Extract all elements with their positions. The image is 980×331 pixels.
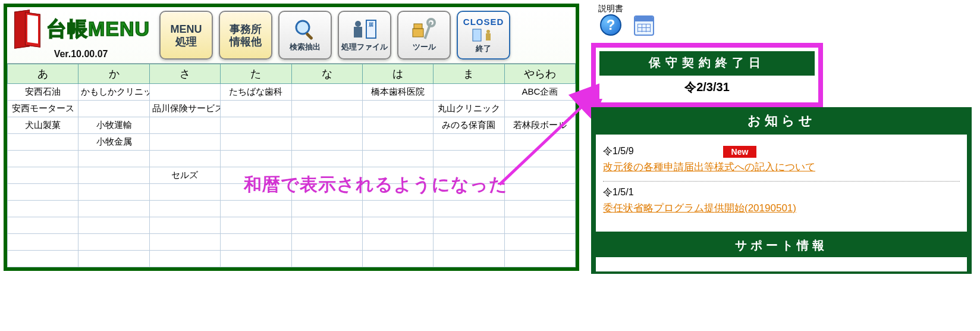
index-cell bbox=[78, 201, 149, 217]
menu-process-button[interactable]: MENU 処理 bbox=[159, 11, 213, 60]
index-cell bbox=[434, 84, 504, 101]
svg-text:届: 届 bbox=[368, 22, 373, 27]
index-cell bbox=[8, 151, 78, 167]
index-cell bbox=[291, 134, 362, 151]
index-cell bbox=[291, 217, 362, 234]
index-cell[interactable]: かもしかクリニック bbox=[78, 84, 149, 101]
index-cell[interactable]: ABC企画 bbox=[504, 84, 575, 101]
news-date: 令1/5/1 bbox=[603, 186, 634, 199]
index-cell bbox=[8, 167, 78, 184]
index-cell[interactable]: 丸山クリニック bbox=[434, 101, 504, 117]
index-cell[interactable]: 品川保険サービス bbox=[149, 101, 220, 117]
svg-rect-12 bbox=[486, 33, 491, 40]
closed-text: CLOSED bbox=[463, 17, 504, 27]
index-cell bbox=[504, 101, 575, 117]
index-header-cell[interactable]: な bbox=[291, 64, 362, 84]
index-cell bbox=[149, 217, 220, 234]
book-icon bbox=[12, 11, 43, 48]
index-cell bbox=[149, 151, 220, 167]
index-cell bbox=[504, 251, 575, 267]
index-cell bbox=[149, 117, 220, 134]
app-title: 台帳MENU bbox=[46, 15, 150, 43]
index-cell bbox=[291, 84, 362, 101]
index-header-cell[interactable]: た bbox=[221, 64, 291, 84]
index-cell bbox=[8, 217, 78, 234]
index-cell bbox=[221, 134, 291, 151]
index-cell bbox=[78, 234, 149, 251]
index-cell bbox=[78, 217, 149, 234]
index-cell bbox=[8, 134, 78, 151]
index-header-cell[interactable]: あ bbox=[8, 64, 78, 84]
index-cell bbox=[504, 167, 575, 184]
index-cell bbox=[221, 201, 291, 217]
news-link[interactable]: 改元後の各種申請届出等様式への記入について bbox=[603, 160, 960, 174]
news-item: 令1/5/9New改元後の各種申請届出等様式への記入について bbox=[603, 140, 960, 182]
search-button[interactable]: 検索抽出 bbox=[278, 11, 332, 60]
index-cell bbox=[504, 201, 575, 217]
index-cell[interactable]: 小牧金属 bbox=[78, 134, 149, 151]
contract-date: 令2/3/31 bbox=[599, 74, 815, 99]
index-cell bbox=[8, 201, 78, 217]
index-cell bbox=[362, 217, 433, 234]
svg-point-4 bbox=[355, 21, 361, 27]
index-cell bbox=[504, 217, 575, 234]
index-cell bbox=[149, 201, 220, 217]
index-cell[interactable]: 小牧運輸 bbox=[78, 117, 149, 134]
kana-index-table: あかさたなはまやらわ 安西石油かもしかクリニックたちばな歯科橋本歯科医院ABC企… bbox=[7, 64, 576, 267]
index-cell[interactable]: 安西モータース bbox=[8, 101, 78, 117]
index-cell bbox=[221, 217, 291, 234]
manual-link[interactable]: 説明書 ? bbox=[598, 2, 623, 36]
process-file-button[interactable]: 届 処理ファイル bbox=[338, 11, 391, 60]
close-button[interactable]: CLOSED 終了 bbox=[457, 11, 510, 60]
index-cell bbox=[291, 151, 362, 167]
new-badge: New bbox=[723, 146, 757, 158]
index-cell bbox=[291, 101, 362, 117]
index-cell bbox=[291, 201, 362, 217]
index-cell bbox=[434, 234, 504, 251]
index-cell bbox=[149, 251, 220, 267]
tools-button[interactable]: ツール bbox=[397, 11, 451, 60]
svg-rect-7 bbox=[414, 24, 422, 29]
index-header-cell[interactable]: ま bbox=[434, 64, 504, 84]
index-cell bbox=[221, 117, 291, 134]
app-window: 台帳MENU Ver.10.00.07 MENU 処理 事務所 情報他 検索抽出 bbox=[4, 4, 579, 271]
news-date: 令1/5/9 bbox=[603, 145, 634, 158]
index-cell[interactable]: みのる保育園 bbox=[434, 117, 504, 134]
office-info-button[interactable]: 事務所 情報他 bbox=[219, 11, 272, 60]
index-cell[interactable]: 犬山製菓 bbox=[8, 117, 78, 134]
index-cell[interactable]: 橋本歯科医院 bbox=[362, 84, 433, 101]
app-title-block: 台帳MENU Ver.10.00.07 bbox=[11, 11, 153, 60]
index-cell[interactable]: セルズ bbox=[149, 167, 220, 184]
index-cell bbox=[362, 117, 433, 134]
index-cell[interactable]: たちばな歯科 bbox=[221, 84, 291, 101]
svg-rect-6 bbox=[413, 29, 423, 37]
index-cell bbox=[221, 234, 291, 251]
index-cell bbox=[362, 151, 433, 167]
index-header-cell[interactable]: か bbox=[78, 64, 149, 84]
svg-rect-10 bbox=[473, 29, 481, 41]
index-cell bbox=[8, 234, 78, 251]
annotation-text: 和暦で表示されるようになった bbox=[244, 173, 508, 197]
app-version: Ver.10.00.07 bbox=[54, 49, 108, 60]
index-cell[interactable]: 若林段ボール bbox=[504, 117, 575, 134]
news-link[interactable]: 委任状省略プログラム提供開始(20190501) bbox=[603, 201, 960, 215]
news-panel: お知らせ 令1/5/9New改元後の各種申請届出等様式への記入について令1/5/… bbox=[591, 107, 972, 274]
calendar-link[interactable] bbox=[634, 15, 654, 36]
index-cell bbox=[149, 184, 220, 201]
index-cell[interactable]: 安西石油 bbox=[8, 84, 78, 101]
index-header-cell[interactable]: は bbox=[362, 64, 433, 84]
index-cell bbox=[504, 151, 575, 167]
contract-highlight-box: 保守契約終了日 令2/3/31 bbox=[591, 43, 823, 107]
index-header-cell[interactable]: さ bbox=[149, 64, 220, 84]
support-title: サポート情報 bbox=[596, 234, 967, 257]
index-cell bbox=[504, 234, 575, 251]
svg-point-11 bbox=[486, 30, 490, 33]
index-cell bbox=[78, 251, 149, 267]
index-cell bbox=[8, 251, 78, 267]
index-cell bbox=[149, 134, 220, 151]
help-icon: ? bbox=[600, 14, 621, 36]
index-cell bbox=[362, 201, 433, 217]
svg-rect-5 bbox=[354, 27, 362, 38]
index-cell bbox=[291, 117, 362, 134]
index-header-cell[interactable]: やらわ bbox=[504, 64, 575, 84]
